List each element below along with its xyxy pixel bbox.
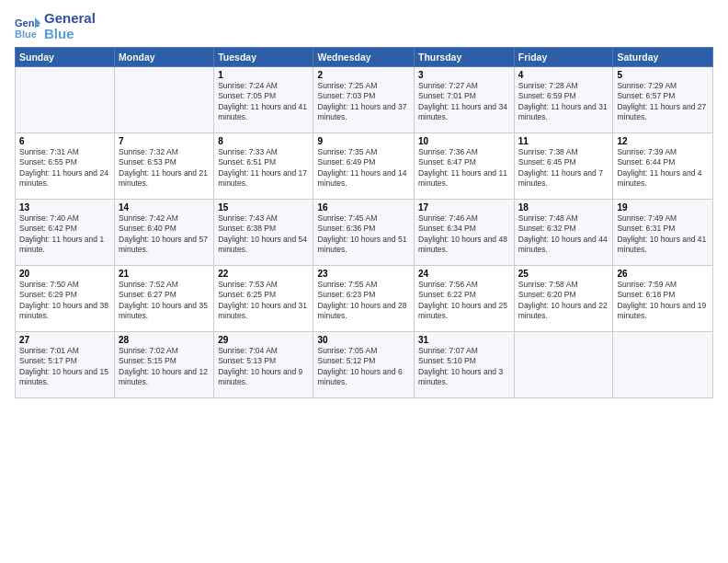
day-number: 7: [119, 136, 210, 146]
logo-blue: Blue: [44, 27, 96, 42]
day-number: 23: [317, 269, 410, 279]
calendar-week-row: 13Sunrise: 7:40 AM Sunset: 6:42 PM Dayli…: [16, 200, 713, 266]
calendar-cell: 10Sunrise: 7:36 AM Sunset: 6:47 PM Dayli…: [415, 133, 515, 200]
day-number: 13: [19, 202, 110, 213]
day-number: 19: [617, 202, 709, 213]
day-info: Sunrise: 7:39 AM Sunset: 6:44 PM Dayligh…: [617, 147, 709, 190]
calendar-week-row: 20Sunrise: 7:50 AM Sunset: 6:29 PM Dayli…: [16, 266, 713, 332]
calendar-cell: 26Sunrise: 7:59 AM Sunset: 6:18 PM Dayli…: [613, 266, 713, 332]
weekday-header: Thursday: [415, 48, 515, 67]
logo-icon: General Blue: [15, 14, 40, 40]
day-info: Sunrise: 7:49 AM Sunset: 6:31 PM Dayligh…: [617, 213, 709, 256]
calendar-cell: 25Sunrise: 7:58 AM Sunset: 6:20 PM Dayli…: [514, 266, 613, 332]
calendar-cell: 21Sunrise: 7:52 AM Sunset: 6:27 PM Dayli…: [115, 266, 214, 332]
calendar-cell: 7Sunrise: 7:32 AM Sunset: 6:53 PM Daylig…: [115, 133, 214, 200]
calendar-cell: 8Sunrise: 7:33 AM Sunset: 6:51 PM Daylig…: [214, 133, 313, 200]
day-info: Sunrise: 7:58 AM Sunset: 6:20 PM Dayligh…: [518, 280, 609, 322]
day-info: Sunrise: 7:02 AM Sunset: 5:15 PM Dayligh…: [119, 346, 210, 388]
day-info: Sunrise: 7:25 AM Sunset: 7:03 PM Dayligh…: [317, 81, 410, 123]
day-info: Sunrise: 7:45 AM Sunset: 6:36 PM Dayligh…: [317, 213, 410, 256]
header-row: General Blue General Blue: [15, 11, 713, 41]
day-number: 14: [119, 202, 210, 213]
calendar-cell: 14Sunrise: 7:42 AM Sunset: 6:40 PM Dayli…: [115, 200, 214, 266]
day-info: Sunrise: 7:46 AM Sunset: 6:34 PM Dayligh…: [418, 213, 510, 256]
day-info: Sunrise: 7:42 AM Sunset: 6:40 PM Dayligh…: [119, 213, 210, 256]
day-number: 20: [19, 269, 110, 279]
day-info: Sunrise: 7:27 AM Sunset: 7:01 PM Dayligh…: [418, 81, 510, 123]
day-number: 30: [317, 335, 410, 345]
calendar-cell: 1Sunrise: 7:24 AM Sunset: 7:05 PM Daylig…: [214, 67, 313, 133]
day-number: 16: [317, 202, 410, 213]
day-info: Sunrise: 7:59 AM Sunset: 6:18 PM Dayligh…: [617, 280, 709, 322]
calendar-cell: 13Sunrise: 7:40 AM Sunset: 6:42 PM Dayli…: [16, 200, 115, 266]
calendar-cell: 19Sunrise: 7:49 AM Sunset: 6:31 PM Dayli…: [613, 200, 713, 266]
day-number: 2: [317, 70, 410, 80]
day-info: Sunrise: 7:36 AM Sunset: 6:47 PM Dayligh…: [418, 147, 510, 190]
day-number: 17: [418, 202, 510, 213]
weekday-header: Tuesday: [214, 48, 313, 67]
calendar-cell: 4Sunrise: 7:28 AM Sunset: 6:59 PM Daylig…: [514, 67, 613, 133]
day-number: 21: [119, 269, 210, 279]
calendar-cell: 17Sunrise: 7:46 AM Sunset: 6:34 PM Dayli…: [415, 200, 515, 266]
calendar-cell: [514, 332, 613, 398]
calendar-week-row: 27Sunrise: 7:01 AM Sunset: 5:17 PM Dayli…: [16, 332, 713, 398]
day-info: Sunrise: 7:07 AM Sunset: 5:10 PM Dayligh…: [418, 346, 510, 388]
day-number: 27: [19, 335, 110, 345]
weekday-header: Sunday: [16, 48, 115, 67]
calendar-cell: 18Sunrise: 7:48 AM Sunset: 6:32 PM Dayli…: [514, 200, 613, 266]
day-info: Sunrise: 7:29 AM Sunset: 6:57 PM Dayligh…: [617, 81, 709, 123]
weekday-header: Monday: [115, 48, 214, 67]
day-number: 4: [518, 70, 609, 80]
calendar-cell: 3Sunrise: 7:27 AM Sunset: 7:01 PM Daylig…: [415, 67, 515, 133]
calendar-week-row: 6Sunrise: 7:31 AM Sunset: 6:55 PM Daylig…: [16, 133, 713, 200]
day-number: 28: [119, 335, 210, 345]
calendar-cell: 6Sunrise: 7:31 AM Sunset: 6:55 PM Daylig…: [16, 133, 115, 200]
day-number: 9: [317, 136, 410, 146]
calendar-cell: 31Sunrise: 7:07 AM Sunset: 5:10 PM Dayli…: [415, 332, 515, 398]
calendar-cell: 2Sunrise: 7:25 AM Sunset: 7:03 PM Daylig…: [313, 67, 415, 133]
day-info: Sunrise: 7:33 AM Sunset: 6:51 PM Dayligh…: [218, 147, 309, 190]
day-info: Sunrise: 7:31 AM Sunset: 6:55 PM Dayligh…: [19, 147, 110, 190]
weekday-header: Wednesday: [313, 48, 415, 67]
day-number: 12: [617, 136, 709, 146]
calendar-cell: 27Sunrise: 7:01 AM Sunset: 5:17 PM Dayli…: [16, 332, 115, 398]
day-number: 31: [418, 335, 510, 345]
day-info: Sunrise: 7:04 AM Sunset: 5:13 PM Dayligh…: [218, 346, 309, 388]
logo-area: General Blue General Blue: [15, 11, 96, 41]
logo-general: General: [44, 11, 96, 27]
day-info: Sunrise: 7:40 AM Sunset: 6:42 PM Dayligh…: [19, 213, 110, 256]
weekday-header: Saturday: [613, 48, 713, 67]
day-info: Sunrise: 7:43 AM Sunset: 6:38 PM Dayligh…: [218, 213, 309, 256]
day-info: Sunrise: 7:56 AM Sunset: 6:22 PM Dayligh…: [418, 280, 510, 322]
day-number: 3: [418, 70, 510, 80]
day-number: 10: [418, 136, 510, 146]
svg-text:Blue: Blue: [15, 29, 37, 40]
day-number: 5: [617, 70, 709, 80]
calendar-cell: 16Sunrise: 7:45 AM Sunset: 6:36 PM Dayli…: [313, 200, 415, 266]
day-number: 15: [218, 202, 309, 213]
day-info: Sunrise: 7:53 AM Sunset: 6:25 PM Dayligh…: [218, 280, 309, 322]
day-info: Sunrise: 7:32 AM Sunset: 6:53 PM Dayligh…: [119, 147, 210, 190]
day-info: Sunrise: 7:50 AM Sunset: 6:29 PM Dayligh…: [19, 280, 110, 322]
calendar-table: SundayMondayTuesdayWednesdayThursdayFrid…: [15, 47, 713, 398]
calendar-cell: [16, 67, 115, 133]
day-number: 1: [218, 70, 309, 80]
calendar-cell: 29Sunrise: 7:04 AM Sunset: 5:13 PM Dayli…: [214, 332, 313, 398]
calendar-cell: 30Sunrise: 7:05 AM Sunset: 5:12 PM Dayli…: [313, 332, 415, 398]
day-info: Sunrise: 7:01 AM Sunset: 5:17 PM Dayligh…: [19, 346, 110, 388]
day-info: Sunrise: 7:52 AM Sunset: 6:27 PM Dayligh…: [119, 280, 210, 322]
day-number: 22: [218, 269, 309, 279]
calendar-cell: 5Sunrise: 7:29 AM Sunset: 6:57 PM Daylig…: [613, 67, 713, 133]
day-info: Sunrise: 7:38 AM Sunset: 6:45 PM Dayligh…: [518, 147, 609, 190]
day-info: Sunrise: 7:05 AM Sunset: 5:12 PM Dayligh…: [317, 346, 410, 388]
day-number: 6: [19, 136, 110, 146]
day-number: 24: [418, 269, 510, 279]
calendar-cell: 28Sunrise: 7:02 AM Sunset: 5:15 PM Dayli…: [115, 332, 214, 398]
day-info: Sunrise: 7:55 AM Sunset: 6:23 PM Dayligh…: [317, 280, 410, 322]
calendar-cell: 9Sunrise: 7:35 AM Sunset: 6:49 PM Daylig…: [313, 133, 415, 200]
calendar-cell: 23Sunrise: 7:55 AM Sunset: 6:23 PM Dayli…: [313, 266, 415, 332]
day-number: 11: [518, 136, 609, 146]
day-number: 18: [518, 202, 609, 213]
calendar-cell: 15Sunrise: 7:43 AM Sunset: 6:38 PM Dayli…: [214, 200, 313, 266]
calendar-cell: 11Sunrise: 7:38 AM Sunset: 6:45 PM Dayli…: [514, 133, 613, 200]
